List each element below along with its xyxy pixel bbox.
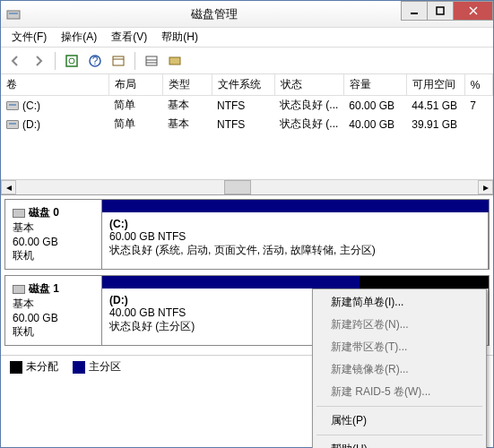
disk-info: 磁盘 0基本60.00 GB联机 — [5, 200, 102, 269]
app-icon — [6, 7, 21, 22]
volume-row[interactable]: (C:)简单基本NTFS状态良好 (...60.00 GB44.51 GB7 — [1, 96, 493, 116]
scroll-thumb[interactable] — [224, 180, 251, 194]
forward-button[interactable] — [30, 52, 48, 70]
legend-unallocated: 未分配 — [10, 359, 58, 375]
col-volume[interactable]: 卷 — [1, 74, 108, 96]
menu-item: 新建镜像卷(R)... — [315, 358, 484, 381]
volume-icon — [6, 120, 19, 129]
col-free[interactable]: 可用空间 — [406, 74, 464, 96]
volume-row[interactable]: (D:)简单基本NTFS状态良好 (...40.00 GB39.91 GB — [1, 115, 493, 134]
scroll-right-button[interactable]: ▸ — [478, 180, 493, 194]
menu-item: 新建 RAID-5 卷(W)... — [315, 381, 484, 403]
disk-info: 磁盘 1基本60.00 GB联机 — [5, 276, 102, 345]
col-layout[interactable]: 布局 — [108, 74, 162, 96]
menu-action[interactable]: 操作(A) — [54, 28, 104, 47]
col-status[interactable]: 状态 — [274, 74, 343, 96]
title-bar: 磁盘管理 — [1, 1, 493, 28]
disk-view-icon[interactable] — [166, 52, 184, 70]
menu-file[interactable]: 文件(F) — [4, 28, 54, 47]
scroll-left-button[interactable]: ◂ — [1, 180, 16, 194]
volume-icon — [6, 101, 19, 110]
toolbar: ? — [1, 47, 493, 74]
list-view-icon[interactable] — [143, 52, 160, 70]
menu-view[interactable]: 查看(V) — [104, 28, 154, 47]
svg-rect-0 — [7, 11, 20, 19]
svg-rect-10 — [113, 56, 124, 65]
svg-rect-1 — [9, 13, 18, 14]
col-capacity[interactable]: 容量 — [343, 74, 406, 96]
menu-item[interactable]: 新建简单卷(I)... — [315, 291, 484, 314]
menu-bar: 文件(F) 操作(A) 查看(V) 帮助(H) — [1, 28, 493, 47]
menu-item: 新建跨区卷(N)... — [315, 314, 484, 336]
volume-grid: 卷 布局 类型 文件系统 状态 容量 可用空间 % (C:)简单基本NTFS状态… — [1, 74, 493, 195]
window-title: 磁盘管理 — [26, 6, 402, 22]
context-menu: 新建简单卷(I)...新建跨区卷(N)...新建带区卷(T)...新建镜像卷(R… — [312, 289, 487, 448]
partition-primary[interactable]: (C:)60.00 GB NTFS状态良好 (系统, 启动, 页面文件, 活动,… — [102, 212, 489, 269]
refresh-button[interactable] — [63, 52, 81, 70]
menu-item-help[interactable]: 帮助(H) — [315, 438, 484, 448]
svg-rect-12 — [146, 56, 157, 65]
svg-text:?: ? — [92, 55, 99, 67]
disk-icon — [13, 209, 25, 218]
svg-point-7 — [69, 58, 74, 64]
minimize-button[interactable] — [401, 1, 428, 21]
col-pct[interactable]: % — [464, 74, 492, 96]
col-type[interactable]: 类型 — [162, 74, 212, 96]
settings-icon[interactable] — [109, 52, 127, 70]
help-icon[interactable]: ? — [86, 52, 104, 70]
menu-help[interactable]: 帮助(H) — [154, 28, 205, 47]
disk-row: 磁盘 0基本60.00 GB联机(C:)60.00 GB NTFS状态良好 (系… — [4, 199, 490, 270]
disk-icon — [13, 285, 25, 294]
back-button[interactable] — [6, 52, 24, 70]
menu-item-properties[interactable]: 属性(P) — [315, 409, 484, 432]
col-fs[interactable]: 文件系统 — [212, 74, 274, 96]
svg-rect-15 — [169, 57, 180, 65]
svg-rect-3 — [437, 7, 444, 14]
column-header-row: 卷 布局 类型 文件系统 状态 容量 可用空间 % — [1, 74, 493, 96]
legend-primary: 主分区 — [73, 359, 121, 375]
horizontal-scrollbar[interactable]: ◂ ▸ — [1, 179, 493, 194]
close-button[interactable] — [453, 1, 493, 21]
maximize-button[interactable] — [427, 1, 454, 21]
menu-item: 新建带区卷(T)... — [315, 336, 484, 358]
svg-rect-6 — [66, 56, 77, 66]
